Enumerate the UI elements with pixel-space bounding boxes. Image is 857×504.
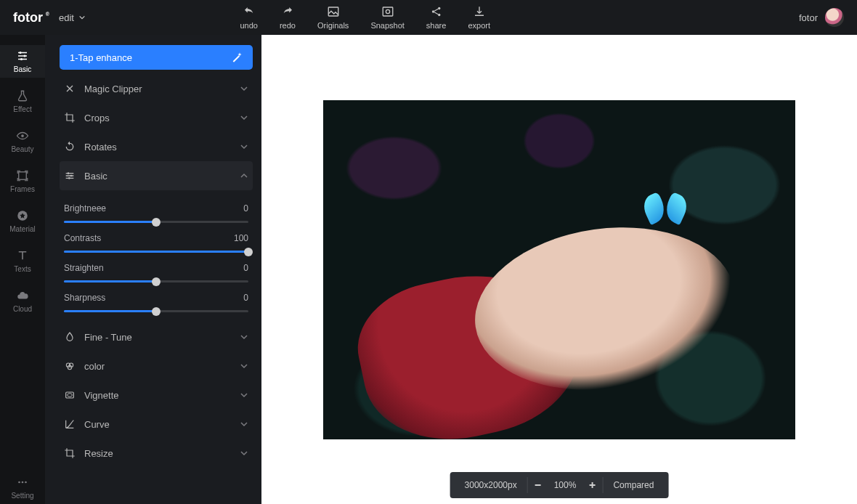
accordion-label: Basic [84,171,107,182]
minus-icon [534,481,543,489]
nav-item-material[interactable]: Material [9,205,36,237]
slider-sharpness[interactable]: Sharpness 0 [64,293,248,312]
chevron-down-icon [240,142,248,151]
slider-thumb[interactable] [152,307,161,316]
accordion-color[interactable]: color [60,351,253,381]
nav-label: Effect [13,105,31,113]
tool-panel: 1-Tap enhance Magic Clipper Crops Rotate… [45,35,261,504]
scissors-icon [64,83,76,94]
nav-item-setting[interactable]: Setting [11,471,33,504]
svg-point-14 [25,481,27,484]
slider-thumb[interactable] [152,277,161,286]
accordion-basic[interactable]: Basic [60,161,253,190]
nav-item-basic[interactable]: Basic [0,45,45,78]
username-label: fotor [799,12,818,23]
chevron-down-icon [240,113,248,122]
nav-label: Beauty [11,145,33,153]
crop-icon [64,112,76,123]
originals-button[interactable]: Originals [317,5,349,30]
one-tap-enhance-button[interactable]: 1-Tap enhance [60,45,253,70]
header-toolbar: undo redo Originals Snapshot share expor… [240,5,490,30]
nav-item-effect[interactable]: Effect [13,85,31,118]
mode-selector[interactable]: edit [59,12,86,23]
basic-sliders: Brightneee 0 Contrasts 100 Straighten [60,190,253,322]
nav-label: Frames [10,185,35,193]
zoom-readout: 100% [548,472,582,498]
slider-brightness[interactable]: Brightneee 0 [64,203,248,223]
slider-label: Brightneee [64,203,106,214]
svg-point-4 [438,7,440,9]
cloud-icon [16,289,29,302]
undo-button[interactable]: undo [240,5,257,30]
undo-label: undo [240,21,257,30]
redo-icon [281,5,294,18]
accordion-label: Crops [84,113,110,123]
camera-icon [381,5,394,18]
dimensions-readout: 3000x2000px [455,472,527,498]
slider-thumb[interactable] [244,248,253,256]
accordion-label: Fine - Tune [84,332,132,343]
nav-label: Material [9,225,36,233]
redo-label: redo [280,21,296,30]
resize-icon [64,447,76,459]
svg-point-3 [431,10,434,12]
nav-label: Texts [14,265,31,273]
text-icon [16,249,29,262]
zoom-out-button[interactable] [528,475,548,495]
accordion-resize[interactable]: Resize [60,439,253,468]
accordion-label: color [84,361,105,372]
nav-item-frames[interactable]: Frames [10,165,35,198]
accordion-fine-tune[interactable]: Fine - Tune [60,322,253,351]
mode-label: edit [59,12,74,23]
user-area[interactable]: fotor [799,8,844,27]
nav-label: Cloud [13,305,32,313]
zoom-in-button[interactable] [582,475,602,495]
nav-item-cloud[interactable]: Cloud [13,285,32,317]
canvas-image[interactable] [323,100,795,439]
slider-value: 0 [243,263,248,273]
nav-item-texts[interactable]: Texts [14,245,31,277]
share-icon [430,5,443,18]
nav-item-beauty[interactable]: Beauty [11,125,33,158]
chevron-down-icon [240,449,248,458]
avatar[interactable] [825,8,844,27]
dots-icon [16,476,29,489]
rotate-icon [64,141,76,153]
accordion-label: Magic Clipper [84,84,142,94]
svg-point-5 [438,14,440,16]
slider-value: 100 [234,233,248,243]
accordion-crops[interactable]: Crops [60,103,253,132]
svg-point-12 [18,481,20,484]
accordion-label: Resize [84,448,113,459]
svg-point-2 [386,9,389,13]
slider-label: Straighten [64,263,104,273]
svg-point-6 [20,52,22,54]
accordion-curve[interactable]: Curve [60,410,253,439]
snapshot-label: Snapshot [370,21,404,30]
chevron-down-icon [240,362,248,370]
accordion-vignette[interactable]: Vignette [60,381,253,410]
slider-thumb[interactable] [152,218,161,227]
snapshot-button[interactable]: Snapshot [370,5,404,30]
svg-point-16 [70,175,73,177]
svg-point-8 [20,58,23,60]
download-icon [473,5,486,18]
export-button[interactable]: export [468,5,490,30]
slider-contrasts[interactable]: Contrasts 100 [64,233,248,253]
share-button[interactable]: share [426,5,447,30]
color-icon [64,360,76,372]
curve-icon [64,418,76,430]
slider-straighten[interactable]: Straighten 0 [64,263,248,283]
accordion-label: Rotates [84,142,117,153]
tap-enhance-label: 1-Tap enhance [70,52,132,63]
sliders-icon [16,49,29,62]
accordion-rotates[interactable]: Rotates [60,132,253,161]
svg-point-22 [68,394,73,397]
chevron-up-icon [240,171,248,180]
accordion-magic-clipper[interactable]: Magic Clipper [60,74,253,103]
svg-point-13 [22,481,24,484]
redo-button[interactable]: redo [280,5,296,30]
svg-point-15 [68,172,70,174]
image-icon [327,5,340,18]
compared-button[interactable]: Compared [603,472,664,498]
